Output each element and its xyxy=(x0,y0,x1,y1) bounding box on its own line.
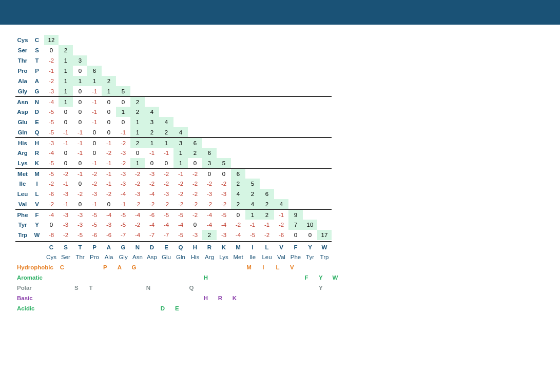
aromatic-letter xyxy=(141,272,156,283)
matrix-cell: -5 xyxy=(44,107,59,117)
matrix-cell xyxy=(59,35,73,45)
matrix-cell xyxy=(188,96,202,107)
acidic-letter xyxy=(227,303,242,313)
matrix-cell: 0 xyxy=(87,148,102,158)
matrix-cell xyxy=(217,55,231,66)
aa-letter: G xyxy=(30,86,44,96)
polar-letter xyxy=(112,283,127,293)
matrix-cell: 0 xyxy=(59,117,73,127)
matrix-cell xyxy=(159,107,173,117)
matrix-cell xyxy=(274,35,288,45)
hydrophobic-letter xyxy=(227,262,242,272)
matrix-cell xyxy=(317,127,332,138)
aa-name: Gln xyxy=(15,127,30,138)
matrix-cell: -4 xyxy=(145,189,159,199)
acidic-letter xyxy=(127,303,141,313)
matrix-cell: 0 xyxy=(217,168,231,179)
matrix-cell xyxy=(217,127,231,138)
basic-letter xyxy=(98,293,112,303)
matrix-cell xyxy=(274,96,288,107)
matrix-cell xyxy=(288,199,303,209)
basic-letter xyxy=(314,293,328,303)
matrix-cell: -2 xyxy=(73,189,87,199)
matrix-cell: 4 xyxy=(145,107,159,117)
matrix-cell xyxy=(317,168,332,179)
aa-name: Val xyxy=(15,199,30,209)
matrix-cell: 6 xyxy=(231,168,245,179)
matrix-cell xyxy=(87,45,102,55)
matrix-cell xyxy=(260,76,274,86)
matrix-cell: 9 xyxy=(288,209,303,220)
col-name-header: Ile xyxy=(245,252,260,262)
matrix-cell xyxy=(159,66,173,76)
matrix-cell xyxy=(202,45,217,55)
aromatic-letter: F xyxy=(299,272,314,283)
matrix-cell xyxy=(217,66,231,76)
matrix-cell: -2 xyxy=(44,199,59,209)
matrix-cell: -4 xyxy=(130,209,145,220)
matrix-row: CysC12 xyxy=(15,35,332,45)
hydrophobic-letter xyxy=(184,262,199,272)
col-letter-header: Q xyxy=(173,242,188,252)
polar-letter xyxy=(285,283,299,293)
aa-name: Lys xyxy=(15,158,30,168)
matrix-cell: -1 xyxy=(59,179,73,189)
matrix-cell xyxy=(317,45,332,55)
matrix-cell: -3 xyxy=(202,189,217,199)
col-letter-header: V xyxy=(274,242,288,252)
hydrophobic-letter: P xyxy=(98,262,112,272)
basic-letter xyxy=(55,293,69,303)
matrix-cell: 6 xyxy=(260,189,274,199)
matrix-cell xyxy=(274,168,288,179)
matrix-cell xyxy=(274,179,288,189)
matrix-cell xyxy=(317,66,332,76)
matrix-cell xyxy=(231,107,245,117)
matrix-cell xyxy=(188,117,202,127)
hydrophobic-letter xyxy=(199,262,213,272)
matrix-cell: -6 xyxy=(145,209,159,220)
matrix-cell xyxy=(274,45,288,55)
matrix-cell xyxy=(173,86,188,96)
matrix-cell xyxy=(145,35,159,45)
matrix-cell: -1 xyxy=(44,66,59,76)
col-letter-header: T xyxy=(73,242,87,252)
matrix-cell: 0 xyxy=(59,107,73,117)
matrix-cell xyxy=(274,66,288,76)
matrix-cell: 2 xyxy=(260,199,274,209)
matrix-cell xyxy=(260,55,274,66)
matrix-cell: 0 xyxy=(102,96,116,107)
matrix-cell xyxy=(116,55,130,66)
matrix-cell xyxy=(217,107,231,117)
matrix-cell xyxy=(217,45,231,55)
polar-letter: Y xyxy=(314,283,328,293)
polar-letter: S xyxy=(69,283,84,293)
aa-letter: T xyxy=(30,55,44,66)
basic-letter xyxy=(84,293,98,303)
matrix-row: SerS02 xyxy=(15,45,332,55)
aa-letter: Y xyxy=(30,220,44,230)
matrix-cell xyxy=(231,66,245,76)
matrix-cell xyxy=(317,199,332,209)
matrix-cell: -1 xyxy=(274,209,288,220)
matrix-cell: 2 xyxy=(159,127,173,138)
matrix-cell: -2 xyxy=(87,168,102,179)
aromatic-letter xyxy=(256,272,271,283)
matrix-cell: 0 xyxy=(102,199,116,209)
matrix-cell xyxy=(303,45,317,55)
matrix-cell xyxy=(102,35,116,45)
matrix-cell: 0 xyxy=(102,127,116,138)
col-letter-header: C xyxy=(44,242,59,252)
aromatic-letter xyxy=(98,272,112,283)
matrix-cell xyxy=(260,168,274,179)
matrix-cell xyxy=(202,107,217,117)
acidic-letter xyxy=(55,303,69,313)
matrix-cell: 10 xyxy=(303,220,317,230)
polar-letter xyxy=(271,283,285,293)
matrix-cell xyxy=(260,127,274,138)
matrix-cell: -4 xyxy=(202,220,217,230)
acidic-letter xyxy=(112,303,127,313)
matrix-cell xyxy=(317,209,332,220)
col-name-header: Val xyxy=(274,252,288,262)
matrix-cell: 0 xyxy=(116,117,130,127)
matrix-cell: -5 xyxy=(87,209,102,220)
